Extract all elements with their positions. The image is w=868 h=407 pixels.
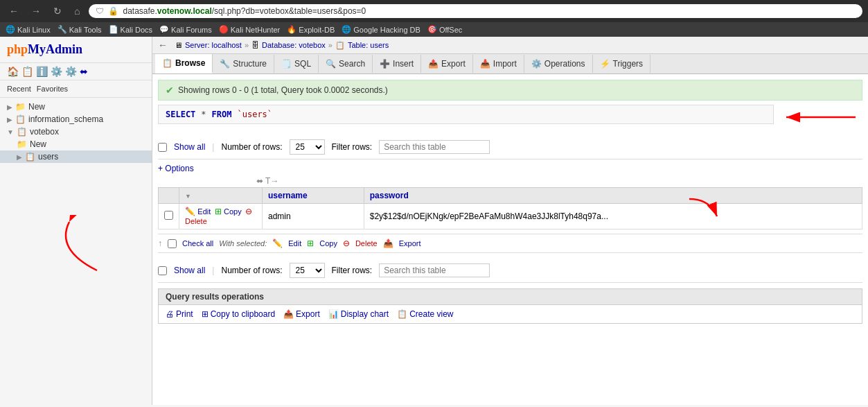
forward-button[interactable]: → bbox=[28, 4, 44, 18]
breadcrumb-database[interactable]: Database: votebox bbox=[262, 41, 326, 49]
create-view-link[interactable]: 📋 Create view bbox=[397, 309, 453, 319]
sync-sidebar-icon[interactable]: ⬌ bbox=[80, 66, 88, 77]
status-message: Showing rows 0 - 0 (1 total, Query took … bbox=[178, 85, 388, 95]
copy-row-link[interactable]: Copy bbox=[224, 207, 242, 216]
bookmark-google-hacking-db[interactable]: 🌐 Google Hacking DB bbox=[342, 25, 420, 34]
tab-label: Insert bbox=[393, 59, 414, 69]
delete-row-link[interactable]: Delete bbox=[185, 217, 207, 225]
export-selected-link[interactable]: Export bbox=[399, 239, 421, 248]
red-arrow-sql bbox=[779, 109, 862, 125]
server-icon: 🖥 bbox=[175, 41, 182, 49]
edit-row-link[interactable]: Edit bbox=[197, 207, 211, 216]
options-link[interactable]: + Options bbox=[158, 164, 194, 173]
tab-export[interactable]: 📤 Export bbox=[421, 55, 473, 73]
print-link[interactable]: 🖨 Print bbox=[166, 309, 193, 319]
username-cell: admin bbox=[263, 204, 364, 230]
tab-operations[interactable]: ⚙️ Operations bbox=[524, 55, 593, 73]
bottom-table-controls: Show all | Number of rows: 25 50 100 Fil… bbox=[158, 259, 862, 283]
sidebar-item-label: New bbox=[30, 139, 46, 149]
kali-linux-icon: 🌐 bbox=[6, 25, 15, 34]
display-chart-link[interactable]: 📊 Display chart bbox=[328, 309, 389, 319]
import-tab-icon: 📥 bbox=[480, 59, 490, 69]
gear2-sidebar-icon[interactable]: ⚙️ bbox=[65, 66, 77, 77]
database-sidebar-icon[interactable]: 📋 bbox=[21, 66, 33, 77]
header-password[interactable]: password bbox=[364, 188, 862, 204]
sidebar-item-votebox-new[interactable]: 📁 New bbox=[0, 138, 152, 150]
sidebar-item-label: users bbox=[38, 152, 58, 162]
home-button[interactable]: ⌂ bbox=[71, 4, 83, 18]
copy-selected-icon: ⊞ bbox=[307, 239, 314, 248]
sidebar-item-label: New bbox=[28, 102, 45, 112]
back-button[interactable]: ← bbox=[6, 4, 22, 18]
bookmark-kali-forums[interactable]: 💬 Kali Forums bbox=[159, 25, 212, 34]
tab-structure[interactable]: 🔧 Structure bbox=[213, 55, 274, 73]
table-row: ✏️ Edit ⊞ Copy ⊖ Delete admin $2y$12$d/n… bbox=[159, 204, 862, 230]
table-icon: 📋 bbox=[335, 41, 345, 50]
top-table-controls: Show all | Number of rows: 25 50 100 Fil… bbox=[158, 135, 862, 159]
bookmark-offsec[interactable]: 🎯 OffSec bbox=[427, 25, 462, 34]
bottom-filter-input[interactable] bbox=[379, 263, 490, 277]
sidebar-item-new-root[interactable]: ▶ 📁 New bbox=[0, 101, 152, 113]
move-columns-icon[interactable]: ⬌ T→ bbox=[256, 176, 278, 186]
bookmark-kali-nethunter[interactable]: 🔴 Kali NetHunter bbox=[219, 25, 281, 34]
sql-star: * bbox=[201, 110, 206, 119]
votebox-db-icon: 📋 bbox=[17, 127, 27, 137]
sidebar-item-users[interactable]: ▶ 📋 users bbox=[0, 150, 152, 163]
users-table-icon: 📋 bbox=[25, 152, 35, 162]
breadcrumb-server[interactable]: Server: localhost bbox=[185, 41, 242, 49]
bookmark-kali-tools[interactable]: 🔧 Kali Tools bbox=[57, 25, 102, 34]
sidebar-item-votebox[interactable]: ▼ 📋 votebox bbox=[0, 125, 152, 138]
query-results-section: Query results operations 🖨 Print ⊞ Copy … bbox=[158, 288, 862, 324]
home-sidebar-icon[interactable]: 🏠 bbox=[7, 66, 19, 77]
tab-import[interactable]: 📥 Import bbox=[473, 55, 524, 73]
sql-display-row: SELECT * FROM `users` bbox=[158, 105, 862, 130]
triggers-tab-icon: ⚡ bbox=[600, 59, 610, 69]
query-results-title: Query results operations bbox=[159, 289, 862, 305]
tab-favorites[interactable]: Favorites bbox=[37, 83, 68, 94]
bottom-row-count-select[interactable]: 25 50 100 bbox=[290, 263, 325, 278]
tab-recent[interactable]: Recent bbox=[7, 83, 31, 94]
breadcrumb-back-icon[interactable]: ← bbox=[158, 40, 168, 51]
separator1: | bbox=[212, 142, 214, 152]
votebox-expand-icon: ▼ bbox=[7, 128, 14, 136]
settings-sidebar-icon[interactable]: ⚙️ bbox=[51, 66, 62, 77]
top-filter-input[interactable] bbox=[379, 140, 490, 154]
export-results-link[interactable]: 📤 Export bbox=[283, 309, 320, 319]
database-icon: 🗄 bbox=[251, 41, 259, 49]
sidebar-item-label: votebox bbox=[30, 127, 59, 137]
bookmark-kali-linux[interactable]: 🌐 Kali Linux bbox=[6, 25, 51, 34]
row-checkbox[interactable] bbox=[164, 211, 173, 220]
row-checkbox-cell[interactable] bbox=[159, 204, 179, 230]
bookmark-exploit-db[interactable]: 🔥 Exploit-DB bbox=[287, 25, 335, 34]
delete-row-icon: ⊖ bbox=[245, 207, 252, 216]
sidebar-item-information-schema[interactable]: ▶ 📋 information_schema bbox=[0, 113, 152, 125]
tab-search[interactable]: 🔍 Search bbox=[319, 55, 373, 73]
bottom2-select-all-checkbox[interactable] bbox=[158, 266, 167, 275]
top-row-count-select[interactable]: 25 50 100 bbox=[290, 139, 325, 155]
browse-tab-icon: 📋 bbox=[162, 58, 172, 68]
bottom-select-all-checkbox[interactable] bbox=[168, 239, 177, 248]
sidebar: phpMyAdmin 🏠 📋 ℹ️ ⚙️ ⚙️ ⬌ Recent Favorit… bbox=[0, 37, 152, 405]
info-sidebar-icon[interactable]: ℹ️ bbox=[36, 66, 48, 77]
copy-selected-link[interactable]: Copy bbox=[319, 239, 337, 248]
breadcrumb-table[interactable]: Table: users bbox=[348, 41, 389, 49]
top-show-all-link[interactable]: Show all bbox=[174, 142, 205, 152]
reload-button[interactable]: ↻ bbox=[50, 4, 65, 18]
tab-browse[interactable]: 📋 Browse bbox=[155, 54, 213, 73]
tab-insert[interactable]: ➕ Insert bbox=[373, 55, 421, 73]
kali-forums-icon: 💬 bbox=[159, 25, 169, 34]
delete-selected-link[interactable]: Delete bbox=[355, 239, 378, 248]
check-all-link[interactable]: Check all bbox=[182, 239, 213, 248]
bookmark-kali-docs[interactable]: 📄 Kali Docs bbox=[109, 25, 152, 34]
address-bar[interactable]: 🛡 🔒 datasafe.votenow.local/sql.php?db=vo… bbox=[89, 4, 862, 18]
header-username[interactable]: username bbox=[263, 188, 364, 204]
operations-tab-icon: ⚙️ bbox=[531, 59, 542, 69]
edit-selected-link[interactable]: Edit bbox=[288, 239, 301, 248]
copy-to-clipboard-link[interactable]: ⊞ Copy to clipboard bbox=[202, 309, 275, 319]
tab-triggers[interactable]: ⚡ Triggers bbox=[593, 55, 651, 73]
tab-sql[interactable]: 🗒️ SQL bbox=[274, 55, 319, 73]
password-cell: $2y$12$d/nOEjKNgk/epF2BeAFaMu8hW4ae3JJk8… bbox=[364, 204, 862, 230]
top-select-all-checkbox[interactable] bbox=[158, 143, 167, 152]
export-tab-icon: 📤 bbox=[428, 59, 439, 69]
bottom-show-all-link[interactable]: Show all bbox=[174, 266, 205, 275]
